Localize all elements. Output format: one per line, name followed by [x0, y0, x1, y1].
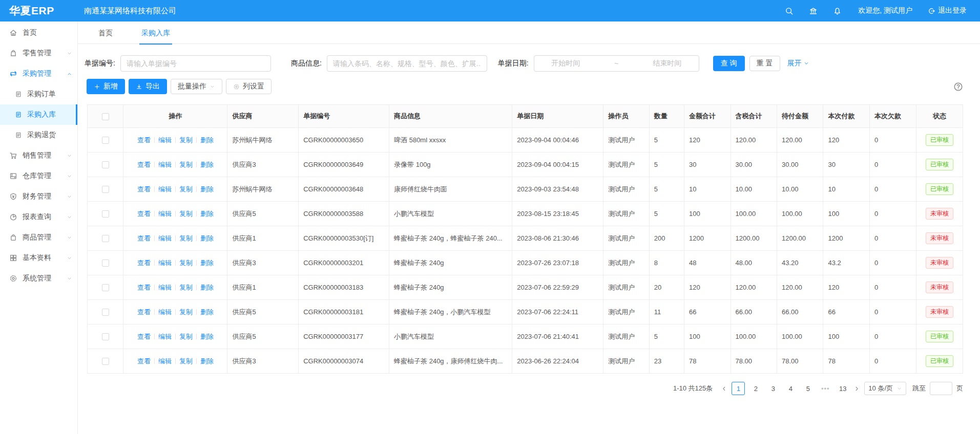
action-view-link[interactable]: 查看 [137, 284, 151, 291]
row-checkbox[interactable] [102, 309, 109, 316]
action-view-link[interactable]: 查看 [137, 333, 151, 340]
action-copy-link[interactable]: 复制 [179, 259, 193, 267]
action-view-link[interactable]: 查看 [137, 210, 151, 218]
action-copy-link[interactable]: 复制 [179, 357, 193, 365]
tab-purchase-inbound[interactable]: 采购入库 [141, 21, 170, 44]
sidebar-item-sales[interactable]: 销售管理 [0, 145, 77, 166]
cell-paid: 120 [823, 275, 869, 300]
action-edit-link[interactable]: 编辑 [158, 259, 172, 267]
action-delete-link[interactable]: 删除 [200, 308, 214, 316]
action-copy-link[interactable]: 复制 [179, 185, 193, 193]
sidebar-item-report[interactable]: 报表查询 [0, 207, 77, 227]
action-delete-link[interactable]: 删除 [200, 284, 214, 291]
action-edit-link[interactable]: 编辑 [158, 357, 172, 365]
row-checkbox[interactable] [102, 358, 109, 365]
action-copy-link[interactable]: 复制 [179, 234, 193, 242]
sidebar-item-warehouse[interactable]: 仓库管理 [0, 166, 77, 186]
action-copy-link[interactable]: 复制 [179, 333, 193, 340]
page-button-3[interactable]: 3 [766, 382, 780, 395]
action-edit-link[interactable]: 编辑 [158, 333, 172, 340]
action-edit-link[interactable]: 编辑 [158, 284, 172, 291]
row-checkbox[interactable] [102, 333, 109, 340]
prev-page-icon[interactable] [721, 385, 727, 392]
action-delete-link[interactable]: 删除 [200, 259, 214, 267]
action-separator [175, 235, 176, 241]
sidebar-item-purchase-order[interactable]: 采购订单 [0, 84, 77, 104]
row-checkbox[interactable] [102, 161, 109, 168]
action-delete-link[interactable]: 删除 [200, 234, 214, 242]
goods-info-input[interactable] [327, 55, 487, 72]
row-checkbox[interactable] [102, 284, 109, 291]
sidebar-item-goods[interactable]: 商品管理 [0, 227, 77, 248]
sidebar-item-basedata[interactable]: 基本资料 [0, 248, 77, 268]
page-button-5[interactable]: 5 [801, 382, 815, 395]
action-edit-link[interactable]: 编辑 [158, 136, 172, 144]
sidebar-item-finance[interactable]: 财务管理 [0, 186, 77, 207]
reset-button[interactable]: 重 置 [749, 56, 780, 71]
row-checkbox[interactable] [102, 259, 109, 267]
row-checkbox[interactable] [102, 210, 109, 218]
action-view-link[interactable]: 查看 [137, 234, 151, 242]
action-view-link[interactable]: 查看 [137, 161, 151, 168]
action-delete-link[interactable]: 删除 [200, 185, 214, 193]
action-delete-link[interactable]: 删除 [200, 210, 214, 218]
expand-link[interactable]: 展开 [787, 59, 809, 68]
row-checkbox[interactable] [102, 235, 109, 242]
action-delete-link[interactable]: 删除 [200, 136, 214, 144]
action-copy-link[interactable]: 复制 [179, 308, 193, 316]
next-page-icon[interactable] [853, 385, 860, 392]
action-view-link[interactable]: 查看 [137, 136, 151, 144]
select-all-checkbox[interactable] [102, 113, 109, 120]
action-edit-link[interactable]: 编辑 [158, 308, 172, 316]
search-button[interactable]: 查 询 [713, 56, 745, 71]
bill-no-input[interactable] [120, 55, 271, 72]
action-edit-link[interactable]: 编辑 [158, 161, 172, 168]
page-button-1[interactable]: 1 [732, 382, 745, 395]
action-delete-link[interactable]: 删除 [200, 333, 214, 340]
action-copy-link[interactable]: 复制 [179, 136, 193, 144]
cell-paid: 10 [823, 177, 869, 202]
sidebar-item-purchase[interactable]: 采购管理 [0, 63, 77, 84]
sidebar-item-purchase-inbound[interactable]: 采购入库 [0, 104, 77, 125]
row-checkbox[interactable] [102, 186, 109, 193]
action-view-link[interactable]: 查看 [137, 185, 151, 193]
column-settings-button[interactable]: 列设置 [226, 79, 272, 94]
action-delete-link[interactable]: 删除 [200, 357, 214, 365]
action-copy-link[interactable]: 复制 [179, 284, 193, 291]
action-edit-link[interactable]: 编辑 [158, 234, 172, 242]
sidebar-item-system[interactable]: 系统管理 [0, 268, 77, 289]
date-range-input[interactable]: 开始时间 ~ 结束时间 [534, 55, 699, 72]
action-view-link[interactable]: 查看 [137, 357, 151, 365]
page-button-13[interactable]: 13 [836, 382, 849, 395]
batch-operations-button[interactable]: 批量操作 [171, 79, 222, 94]
sidebar-item-home[interactable]: 首页 [0, 23, 77, 43]
jump-page-input[interactable] [930, 382, 952, 395]
action-edit-link[interactable]: 编辑 [158, 210, 172, 218]
action-view-link[interactable]: 查看 [137, 308, 151, 316]
action-delete-link[interactable]: 删除 [200, 161, 214, 168]
bank-icon[interactable] [809, 7, 818, 15]
chevron-down-icon [67, 214, 72, 220]
action-copy-link[interactable]: 复制 [179, 210, 193, 218]
action-view-link[interactable]: 查看 [137, 259, 151, 267]
bell-icon[interactable] [833, 7, 842, 15]
row-actions-cell: 查看编辑复制删除 [123, 226, 227, 251]
sidebar-item-retail[interactable]: 零售管理 [0, 43, 77, 63]
action-separator [175, 137, 176, 143]
export-button[interactable]: 导出 [129, 79, 167, 94]
sidebar-item-purchase-return[interactable]: 采购退货 [0, 125, 77, 145]
row-checkbox[interactable] [102, 137, 109, 144]
page-button-4[interactable]: 4 [784, 382, 797, 395]
page-ellipsis[interactable]: ••• [819, 382, 832, 395]
action-copy-link[interactable]: 复制 [179, 161, 193, 168]
add-button[interactable]: 新增 [87, 79, 125, 94]
page-size-select[interactable]: 10 条/页 [864, 382, 906, 395]
tab-home[interactable]: 首页 [98, 21, 113, 44]
logout-button[interactable]: 退出登录 [928, 6, 967, 15]
search-icon[interactable] [785, 7, 794, 15]
cell-operator: 测试用户 [603, 128, 649, 153]
page-button-2[interactable]: 2 [749, 382, 762, 395]
help-icon[interactable] [953, 82, 963, 92]
action-edit-link[interactable]: 编辑 [158, 185, 172, 193]
company-name: 南通某某网络科技有限公司 [84, 6, 176, 16]
